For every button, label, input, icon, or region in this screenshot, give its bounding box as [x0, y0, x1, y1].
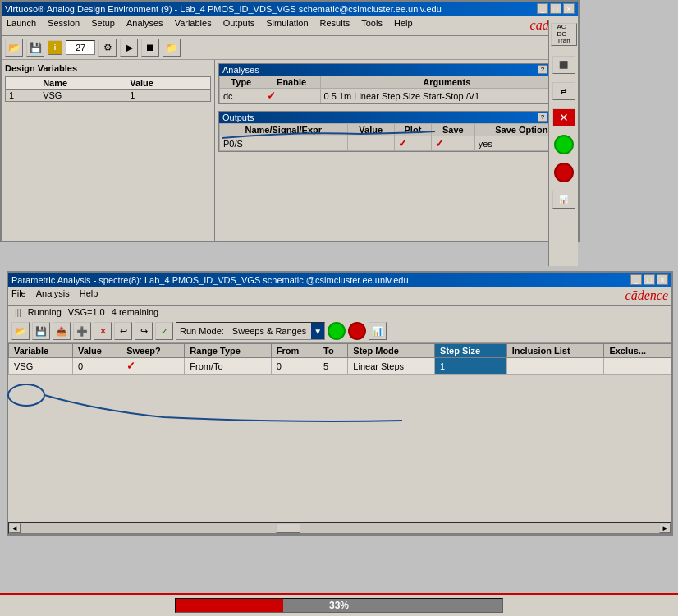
- minimize-button[interactable]: _: [537, 3, 548, 14]
- ac-dc-btn[interactable]: ACDCTran: [551, 23, 577, 46]
- progress-label: 33%: [176, 599, 502, 612]
- close-button[interactable]: ×: [563, 3, 575, 14]
- menu-launch[interactable]: Launch: [5, 17, 38, 34]
- col-step-size: Step Size: [435, 344, 507, 358]
- menu-results[interactable]: Results: [318, 17, 352, 34]
- param-table: Variable Value Sweep? Range Type From To…: [8, 343, 671, 375]
- sidebar-btn-x[interactable]: ✕: [552, 108, 575, 126]
- out-col-name: Name/Signal/Expr: [220, 124, 348, 136]
- param-table-container: Variable Value Sweep? Range Type From To…: [8, 343, 671, 375]
- top-toolbar: 📂 💾 i 27 ⚙ ▶ ⏹ 📁: [2, 36, 578, 60]
- menu-analyses[interactable]: Analyses: [125, 17, 165, 34]
- menu-help[interactable]: Help: [392, 17, 415, 34]
- col-to: To: [318, 344, 348, 358]
- analyses-titlebar: Analyses ? _ ×: [219, 64, 574, 76]
- out-save: ✓: [432, 136, 475, 151]
- status-bar: ||| Running VSG=1.0 4 remaining: [8, 306, 671, 319]
- progress-area: 33%: [0, 593, 678, 616]
- counter-input[interactable]: 27: [66, 40, 95, 55]
- out-plot-checkbox[interactable]: ✓: [398, 137, 407, 149]
- menu-simulation[interactable]: Simulation: [264, 17, 309, 34]
- design-variables-panel: Design Variables Name Value 1 VSG 1: [2, 60, 215, 241]
- progress-bar-container: 33%: [175, 598, 503, 613]
- outputs-help-btn[interactable]: ?: [538, 113, 547, 122]
- row-sweep: ✓: [121, 358, 185, 375]
- folder-button[interactable]: 📁: [163, 39, 181, 57]
- play-btn[interactable]: [328, 322, 346, 340]
- stop-btn[interactable]: [348, 322, 366, 340]
- menu-file[interactable]: File: [11, 288, 26, 303]
- col-inclusion-list: Inclusion List: [506, 344, 604, 358]
- export-btn[interactable]: 📤: [53, 322, 71, 340]
- out-col-value: Value: [347, 124, 394, 136]
- menu-help[interactable]: Help: [80, 288, 98, 303]
- scroll-track[interactable]: [21, 523, 659, 533]
- sidebar-btn-2[interactable]: ⬛: [552, 56, 575, 74]
- run-mode-value: Sweeps & Ranges: [227, 326, 312, 336]
- check-btn[interactable]: ✓: [155, 322, 173, 340]
- redo-btn[interactable]: ↪: [135, 322, 153, 340]
- menu-outputs[interactable]: Outputs: [222, 17, 257, 34]
- horizontal-scrollbar[interactable]: ◄ ►: [8, 522, 671, 534]
- scroll-left-arrow[interactable]: ◄: [9, 523, 21, 533]
- settings-button[interactable]: ⚙: [98, 39, 117, 57]
- delete-btn[interactable]: ✕: [94, 322, 112, 340]
- right-panels: Analyses ? _ × Type Enable Arguments: [215, 60, 578, 241]
- bottom-menubar: File Analysis Help cādence: [8, 287, 671, 306]
- top-window: Virtuoso® Analog Design Environment (9) …: [0, 0, 580, 242]
- sidebar-stop-btn[interactable]: [554, 163, 574, 182]
- dv-cell-name: VSG: [39, 90, 126, 102]
- scroll-right-arrow[interactable]: ►: [659, 523, 671, 533]
- row-range-type: From/To: [185, 358, 271, 375]
- out-save-checkbox[interactable]: ✓: [435, 137, 444, 149]
- sweep-checkbox[interactable]: ✓: [126, 360, 135, 372]
- sidebar-btn-3[interactable]: ⇄: [552, 82, 575, 100]
- open-button[interactable]: 📂: [5, 39, 23, 57]
- param-toolbar: 📂 💾 📤 ➕ ✕ ↩ ↪ ✓ Run Mode: Sweeps & Range…: [8, 319, 671, 343]
- menu-tools[interactable]: Tools: [360, 17, 384, 34]
- menu-variables[interactable]: Variables: [173, 17, 213, 34]
- analyses-col-enable: Enable: [263, 76, 320, 89]
- analyses-panel: Analyses ? _ × Type Enable Arguments: [218, 63, 575, 104]
- analyses-checkbox[interactable]: ✓: [267, 90, 276, 102]
- dv-cell-index: 1: [6, 90, 39, 102]
- outputs-row: P0/S ✓ ✓ yes: [220, 136, 574, 151]
- save-file-btn[interactable]: 💾: [32, 322, 50, 340]
- bottom-min-btn[interactable]: _: [630, 274, 642, 285]
- sidebar-chart-btn[interactable]: 📊: [552, 191, 575, 209]
- dv-col-name: Name: [39, 77, 126, 90]
- stop-button[interactable]: ⏹: [141, 39, 159, 57]
- run-button[interactable]: ▶: [120, 39, 138, 57]
- status-remaining: 4 remaining: [112, 307, 158, 317]
- add-row-btn[interactable]: ➕: [73, 322, 91, 340]
- row-from: 0: [271, 358, 318, 375]
- bottom-restore-btn[interactable]: □: [644, 274, 655, 285]
- menu-session[interactable]: Session: [46, 17, 81, 34]
- counter-icon: i: [48, 40, 62, 55]
- undo-btn[interactable]: ↩: [114, 322, 132, 340]
- save-button[interactable]: 💾: [26, 39, 44, 57]
- scroll-thumb[interactable]: [276, 523, 300, 533]
- bottom-close-btn[interactable]: ×: [657, 274, 668, 285]
- sidebar-play-btn[interactable]: [554, 135, 574, 154]
- design-variables-table: Name Value 1 VSG 1: [5, 76, 211, 102]
- top-title: Virtuoso® Analog Design Environment (9) …: [5, 4, 442, 14]
- open-file-btn[interactable]: 📂: [11, 322, 30, 340]
- analyses-table: Type Enable Arguments dc ✓ 0 5 1m Linear…: [219, 76, 574, 103]
- out-value: [347, 136, 394, 151]
- top-content: Design Variables Name Value 1 VSG 1: [2, 60, 578, 241]
- run-mode-arrow[interactable]: ▼: [311, 323, 324, 339]
- col-exclusion: Exclus...: [604, 344, 671, 358]
- analyses-title: Analyses: [222, 65, 259, 75]
- menu-analysis[interactable]: Analysis: [36, 288, 70, 303]
- chart-btn[interactable]: 📊: [369, 322, 387, 340]
- row-to: 5: [318, 358, 348, 375]
- run-mode-label: Run Mode:: [176, 326, 227, 336]
- menu-setup[interactable]: Setup: [89, 17, 117, 34]
- empty-space: [8, 375, 671, 522]
- restore-button[interactable]: □: [550, 3, 561, 14]
- out-plot: ✓: [394, 136, 431, 151]
- bottom-titlebar-btns: _ □ ×: [630, 274, 668, 285]
- bottom-titlebar: Parametric Analysis - spectre(8): Lab_4 …: [8, 273, 671, 287]
- analyses-help-btn[interactable]: ?: [538, 65, 547, 74]
